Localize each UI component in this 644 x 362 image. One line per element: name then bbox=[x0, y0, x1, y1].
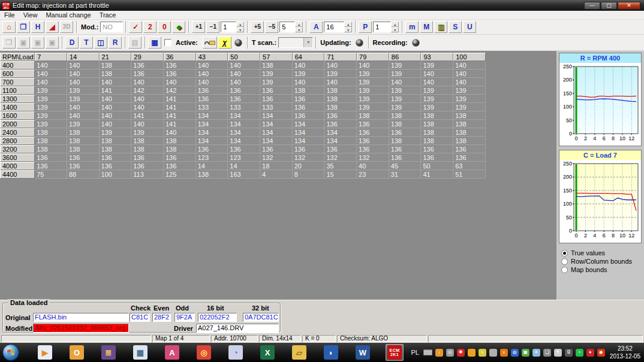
column-header-100[interactable]: 100 bbox=[453, 53, 486, 61]
u-view-button[interactable]: U bbox=[463, 21, 476, 33]
tscan-select[interactable]: ▼ bbox=[278, 37, 313, 48]
map-cell[interactable]: 136 bbox=[357, 137, 389, 145]
map-cell[interactable]: 138 bbox=[100, 137, 132, 145]
column-header-29[interactable]: 29 bbox=[131, 53, 164, 61]
row-header-3600[interactable]: 3600 bbox=[0, 153, 35, 162]
step-5-spinner-down[interactable]: ▼ bbox=[295, 27, 303, 32]
map-cell[interactable]: 138 bbox=[389, 137, 422, 145]
view-decimal-button[interactable]: D bbox=[65, 37, 79, 49]
radio-row-column-bounds[interactable]: Row/Column bounds bbox=[561, 258, 640, 265]
value-spinner-value[interactable]: 16 bbox=[324, 22, 344, 32]
chrome-taskbar-button[interactable]: ◎ bbox=[195, 344, 213, 361]
map-cell[interactable]: 140 bbox=[228, 61, 260, 70]
map-cell[interactable]: 140 bbox=[196, 78, 228, 86]
step-5-spinner-value[interactable]: 5 bbox=[279, 22, 295, 32]
map-cell[interactable]: 136 bbox=[324, 120, 357, 128]
map-cell[interactable]: 133 bbox=[196, 103, 228, 111]
chat-tray-icon[interactable]: ❏ bbox=[543, 349, 551, 357]
map-cell[interactable]: 133 bbox=[228, 103, 260, 111]
update-error-tray-icon[interactable]: x bbox=[500, 349, 508, 357]
map-cell[interactable]: 139 bbox=[35, 95, 67, 103]
map-cell[interactable]: 136 bbox=[421, 153, 453, 162]
even-field[interactable]: 28F2 bbox=[152, 313, 171, 322]
value-spinner-up[interactable]: ▲ bbox=[344, 22, 352, 27]
map-cell[interactable]: 134 bbox=[293, 137, 325, 145]
map-cell[interactable]: 123 bbox=[196, 153, 228, 162]
map-cell[interactable]: 134 bbox=[228, 128, 260, 137]
map-cell[interactable]: 14 bbox=[228, 162, 260, 170]
map-cell[interactable]: 134 bbox=[324, 137, 357, 145]
map-cell[interactable]: 136 bbox=[196, 86, 228, 95]
map-cell[interactable]: 138 bbox=[453, 128, 486, 137]
media-player-taskbar-button[interactable]: ▶ bbox=[36, 344, 54, 361]
map-cell[interactable]: 15 bbox=[324, 170, 357, 179]
map-cell[interactable]: 138 bbox=[421, 111, 453, 120]
map-cell[interactable]: 140 bbox=[100, 120, 132, 128]
map-cell[interactable]: 140 bbox=[453, 61, 486, 70]
accept-changes-button[interactable]: ✓ bbox=[129, 21, 142, 33]
map-cell[interactable]: 138 bbox=[453, 120, 486, 128]
column-header-86[interactable]: 86 bbox=[389, 53, 422, 61]
map-cell[interactable]: 134 bbox=[293, 128, 325, 137]
chart-view-button[interactable]: ◢ bbox=[46, 21, 59, 33]
map-cell[interactable]: 136 bbox=[389, 153, 422, 162]
map-cell[interactable]: 136 bbox=[131, 61, 164, 70]
map-cell[interactable]: 136 bbox=[453, 145, 486, 153]
column-header-36[interactable]: 36 bbox=[164, 53, 196, 61]
language-indicator[interactable]: PL bbox=[411, 349, 419, 356]
map-cell[interactable]: 140 bbox=[131, 95, 164, 103]
winrar-taskbar-button[interactable]: ≣ bbox=[100, 344, 118, 361]
map-cell[interactable]: 136 bbox=[453, 153, 486, 162]
map-cell[interactable]: 140 bbox=[100, 111, 132, 120]
map-cell[interactable]: 139 bbox=[35, 86, 67, 95]
step-1-spinner-down[interactable]: ▼ bbox=[236, 27, 244, 32]
map-cell[interactable]: 138 bbox=[35, 128, 67, 137]
map-cell[interactable]: 139 bbox=[35, 103, 67, 111]
map-cell[interactable]: 140 bbox=[35, 78, 67, 86]
map-cell[interactable]: 136 bbox=[293, 111, 325, 120]
radio-button[interactable] bbox=[561, 258, 568, 265]
map-cell[interactable]: 138 bbox=[131, 137, 164, 145]
lock-button[interactable] bbox=[203, 37, 217, 49]
red-star-tray-icon[interactable]: ✱ bbox=[457, 349, 465, 357]
orange-ball-tray-icon[interactable] bbox=[468, 349, 476, 357]
odd-field[interactable]: 9F2A bbox=[174, 313, 195, 322]
minus-1-button[interactable]: −1 bbox=[206, 21, 219, 33]
map-cell[interactable]: 139 bbox=[67, 86, 100, 95]
map-cell[interactable]: 140 bbox=[35, 70, 67, 78]
flash-message-tray-icon[interactable]: ϟ bbox=[479, 349, 486, 357]
map-cell[interactable]: 136 bbox=[293, 103, 325, 111]
map-cell[interactable]: 136 bbox=[293, 95, 325, 103]
map-cell[interactable]: 138 bbox=[164, 137, 196, 145]
check-field[interactable]: C81C bbox=[130, 313, 150, 322]
map-cell[interactable]: 138 bbox=[389, 120, 422, 128]
row-header-1600[interactable]: 1600 bbox=[0, 111, 35, 120]
tscan-select-arrow[interactable]: ▼ bbox=[303, 38, 312, 47]
minimize-button[interactable]: — bbox=[584, 2, 600, 10]
map-cell[interactable]: 139 bbox=[357, 70, 389, 78]
column-header-79[interactable]: 79 bbox=[357, 53, 389, 61]
map-cell[interactable]: 134 bbox=[260, 137, 293, 145]
map-cell[interactable]: 138 bbox=[67, 145, 100, 153]
map-cell[interactable]: 138 bbox=[324, 103, 357, 111]
explorer-taskbar-button[interactable]: ▱ bbox=[290, 344, 308, 361]
map-cell[interactable]: 139 bbox=[324, 70, 357, 78]
map-cell[interactable]: 136 bbox=[164, 70, 196, 78]
map-cell[interactable]: 138 bbox=[389, 111, 422, 120]
map-cell[interactable]: 50 bbox=[421, 162, 453, 170]
map-cell[interactable]: 139 bbox=[67, 120, 100, 128]
color-map-button[interactable]: ◆ bbox=[172, 21, 185, 33]
map-cell[interactable]: 134 bbox=[228, 120, 260, 128]
map-cell[interactable]: 136 bbox=[164, 162, 196, 170]
row-header-400[interactable]: 400 bbox=[0, 61, 35, 70]
map-cell[interactable]: 51 bbox=[453, 170, 486, 179]
map-cell[interactable]: 139 bbox=[357, 103, 389, 111]
map-cell[interactable]: 139 bbox=[357, 95, 389, 103]
map-cell[interactable]: 136 bbox=[228, 145, 260, 153]
maximize-button[interactable]: ▢ bbox=[601, 2, 617, 10]
map-cell[interactable]: 140 bbox=[164, 78, 196, 86]
column-header-43[interactable]: 43 bbox=[196, 53, 228, 61]
column-header-21[interactable]: 21 bbox=[100, 53, 132, 61]
map-cell[interactable]: 138 bbox=[260, 61, 293, 70]
map-cell[interactable]: 136 bbox=[100, 153, 132, 162]
